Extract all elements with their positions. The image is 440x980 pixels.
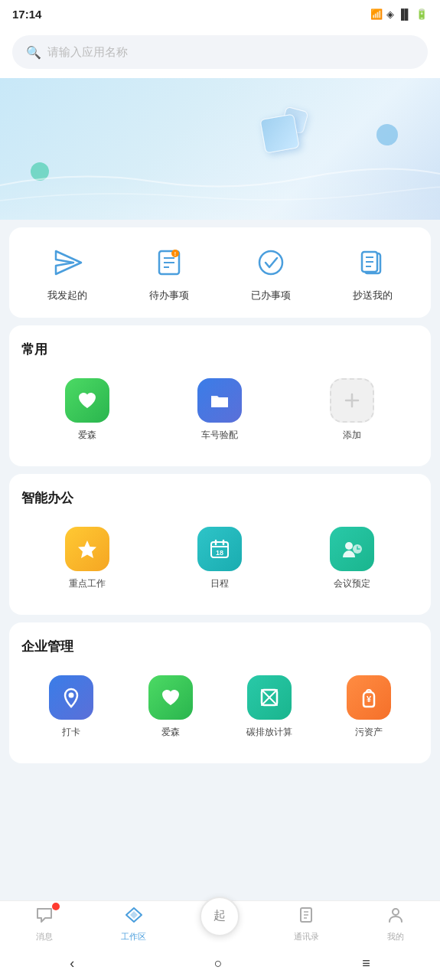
carbon-icon bbox=[247, 675, 292, 720]
aisen2-label: 爱森 bbox=[161, 726, 180, 739]
carlicense-label: 车号验配 bbox=[201, 429, 238, 442]
smart-office-title: 智能办公 bbox=[21, 489, 419, 507]
aisen-label: 爱森 bbox=[78, 429, 96, 442]
frequent-app-grid: 爱森 车号验配 添加 bbox=[21, 372, 419, 448]
nav-contacts[interactable]: 通讯录 bbox=[283, 906, 329, 942]
system-nav: ‹ ○ ≡ bbox=[0, 946, 440, 980]
punch-label: 打卡 bbox=[62, 726, 80, 739]
schedule-icon: 18 bbox=[197, 527, 242, 571]
app-aisen[interactable]: 爱森 bbox=[21, 372, 154, 448]
bottom-nav: 消息 工作区 起 通讯录 bbox=[0, 900, 440, 946]
action-initiated-icon-wrap bbox=[47, 243, 87, 283]
cell-icon: ▐▌ bbox=[398, 8, 412, 20]
hero-wave-overlay bbox=[0, 174, 440, 220]
app-key-work[interactable]: 重点工作 bbox=[21, 521, 154, 596]
battery-icon: 🔋 bbox=[416, 8, 428, 20]
wifi-icon: ◈ bbox=[386, 8, 394, 20]
nav-mine[interactable]: 我的 bbox=[373, 906, 419, 942]
plus-icon bbox=[343, 391, 361, 410]
assets-icon: ¥ bbox=[347, 675, 391, 720]
punch-icon bbox=[49, 675, 93, 720]
action-pending[interactable]: ! 待办事项 bbox=[142, 243, 196, 302]
location-pin-icon bbox=[60, 686, 83, 709]
diamond-icon bbox=[125, 906, 143, 924]
hero-banner bbox=[0, 78, 440, 220]
search-icon: 🔍 bbox=[26, 45, 41, 60]
svg-marker-0 bbox=[56, 251, 81, 274]
action-copied[interactable]: 抄送我的 bbox=[346, 243, 399, 302]
app-carlicense[interactable]: 车号验配 bbox=[154, 372, 286, 448]
nav-fab-button[interactable]: 起 bbox=[200, 897, 240, 936]
smart-office-app-grid: 重点工作 18 日程 bbox=[21, 521, 419, 596]
status-bar: 17:14 📶 ◈ ▐▌ 🔋 bbox=[0, 0, 440, 28]
tasks-icon: ! bbox=[154, 247, 184, 278]
sys-back-button[interactable]: ‹ bbox=[54, 949, 90, 978]
search-bar[interactable]: 🔍 请输入应用名称 bbox=[12, 35, 428, 69]
enterprise-section: 企业管理 打卡 爱森 bbox=[9, 622, 431, 763]
carbon-label: 碳排放计算 bbox=[246, 726, 292, 739]
meeting-icon bbox=[330, 527, 374, 571]
svg-text:18: 18 bbox=[216, 549, 223, 557]
star-icon bbox=[76, 537, 99, 560]
schedule-label: 日程 bbox=[210, 577, 229, 590]
nav-messages[interactable]: 消息 bbox=[21, 906, 67, 942]
signal-icon: 📶 bbox=[370, 8, 383, 20]
action-done[interactable]: 已办事项 bbox=[244, 243, 298, 302]
phonebook-icon bbox=[297, 906, 315, 924]
heart-icon bbox=[76, 389, 99, 412]
action-pending-label: 待办事项 bbox=[149, 289, 189, 302]
svg-marker-19 bbox=[78, 541, 96, 558]
copy-doc-icon bbox=[357, 247, 388, 278]
action-initiated[interactable]: 我发起的 bbox=[41, 243, 94, 302]
checkmark-circle-icon bbox=[256, 247, 286, 278]
key-work-label: 重点工作 bbox=[69, 577, 106, 590]
heart-icon-2 bbox=[159, 686, 182, 709]
svg-point-29 bbox=[68, 693, 73, 698]
meeting-label: 会议预定 bbox=[334, 577, 370, 590]
enterprise-app-grid: 打卡 爱森 碳排放计算 bbox=[21, 669, 419, 745]
enterprise-title: 企业管理 bbox=[21, 638, 419, 655]
workspace-label: 工作区 bbox=[121, 931, 146, 942]
app-meeting[interactable]: 会议预定 bbox=[286, 521, 419, 596]
smart-office-section: 智能办公 重点工作 18 bbox=[9, 474, 431, 615]
key-work-icon bbox=[65, 527, 109, 571]
app-aisen2[interactable]: 爱森 bbox=[121, 669, 220, 745]
frequent-title: 常用 bbox=[21, 341, 419, 358]
app-punch[interactable]: 打卡 bbox=[21, 669, 121, 745]
fab-label: 起 bbox=[213, 908, 226, 924]
quick-actions-row: 我发起的 ! 待办事项 bbox=[17, 243, 423, 302]
status-time: 17:14 bbox=[12, 8, 41, 21]
svg-text:¥: ¥ bbox=[367, 694, 372, 704]
assets-label: 污资产 bbox=[355, 726, 383, 739]
app-assets[interactable]: ¥ 污资产 bbox=[319, 669, 419, 745]
svg-rect-16 bbox=[211, 397, 228, 407]
cross-box-icon bbox=[258, 686, 281, 709]
svg-point-25 bbox=[345, 542, 353, 550]
svg-point-38 bbox=[393, 909, 399, 915]
app-carbon[interactable]: 碳排放计算 bbox=[220, 669, 320, 745]
search-placeholder: 请输入应用名称 bbox=[47, 45, 128, 60]
action-done-label: 已办事项 bbox=[251, 289, 291, 302]
nav-workspace[interactable]: 工作区 bbox=[111, 906, 157, 942]
carlicense-icon bbox=[197, 378, 242, 423]
add-icon bbox=[330, 378, 374, 423]
mine-icon bbox=[386, 906, 405, 929]
quick-actions-card: 我发起的 ! 待办事项 bbox=[9, 227, 431, 318]
status-icons: 📶 ◈ ▐▌ 🔋 bbox=[370, 8, 428, 20]
frequent-section: 常用 爱森 车号验配 bbox=[9, 325, 431, 466]
app-add[interactable]: 添加 bbox=[286, 372, 419, 448]
folder-icon bbox=[208, 389, 231, 412]
sys-menu-button[interactable]: ≡ bbox=[347, 949, 386, 978]
add-label: 添加 bbox=[343, 429, 361, 442]
people-clock-icon bbox=[341, 537, 363, 560]
app-schedule[interactable]: 18 日程 bbox=[154, 521, 286, 596]
send-icon bbox=[52, 247, 83, 278]
action-pending-icon-wrap: ! bbox=[149, 243, 189, 283]
sys-home-button[interactable]: ○ bbox=[199, 949, 238, 978]
messages-icon bbox=[35, 906, 54, 929]
action-initiated-label: 我发起的 bbox=[47, 289, 87, 302]
calendar-icon: 18 bbox=[208, 537, 231, 560]
chat-icon bbox=[35, 906, 54, 924]
bag-money-icon: ¥ bbox=[357, 686, 380, 709]
svg-point-7 bbox=[259, 251, 282, 274]
